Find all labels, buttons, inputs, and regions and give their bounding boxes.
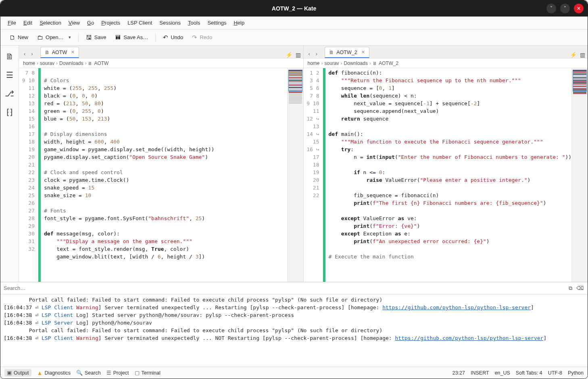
- window-title: AOTW_2 — Kate: [272, 5, 316, 12]
- menu-edit[interactable]: Edit: [20, 18, 35, 27]
- minimap-viewport[interactable]: [573, 70, 587, 92]
- tab-bar-right: ‹ › 🗎 AOTW_2 ✕ ⚡ ▥: [304, 46, 588, 58]
- titlebar: AOTW_2 — Kate ˅ ˄ ✕: [0, 0, 588, 17]
- status-search[interactable]: 🔍Search: [76, 370, 101, 376]
- breadcrumb-right[interactable]: home› sourav› Downloads› 🗎 AOTW_2: [304, 58, 588, 68]
- line-gutter: 1 2 3 4 5 6 7 8 9 10 11 12 ↪ 13 14 ↪ 15 …: [304, 68, 323, 282]
- document-icon: 🗎: [45, 50, 50, 55]
- lsp-symbols-icon[interactable]: ⁅⁆: [3, 105, 17, 119]
- status-locale[interactable]: en_US: [495, 370, 510, 376]
- tab-bar-left: ‹ › 🗎 AOTW ✕ ⚡ ▥: [19, 46, 303, 58]
- open-icon: 🗀: [37, 34, 43, 41]
- code-editor-left[interactable]: 7 8 9 10 11 12 13 14 15 16 17 18 19 20 2…: [19, 68, 303, 282]
- tab-next-button[interactable]: ›: [29, 50, 35, 58]
- terminal-icon: ▢: [135, 370, 140, 376]
- menu-settings[interactable]: Settings: [204, 18, 229, 27]
- undo-icon: ↶: [163, 34, 168, 41]
- output-search-input[interactable]: [0, 283, 565, 293]
- minimap-left[interactable]: [287, 68, 303, 282]
- menubar: File Edit Selection View Go Projects LSP…: [0, 17, 588, 29]
- minimize-button[interactable]: ˅: [546, 4, 556, 13]
- warning-icon: ▲: [37, 370, 43, 376]
- status-output[interactable]: ▣Output: [4, 369, 31, 377]
- minimap-right[interactable]: [571, 68, 588, 282]
- document-icon: 🗎: [88, 61, 92, 66]
- project-icon: ☰: [106, 370, 111, 376]
- status-language[interactable]: Python: [568, 370, 584, 376]
- editor-pane-right: ‹ › 🗎 AOTW_2 ✕ ⚡ ▥ home› sourav› Downloa…: [304, 46, 588, 282]
- activity-bar: 🗎 ☰ ⎇ ⁅⁆: [0, 46, 19, 282]
- status-encoding[interactable]: UTF-8: [548, 370, 562, 376]
- tab-label: AOTW_2: [336, 50, 357, 55]
- split-view-icon[interactable]: ▥: [580, 52, 585, 58]
- save-as-icon: 🖬: [115, 34, 121, 41]
- redo-icon: ↷: [192, 34, 197, 41]
- status-indent[interactable]: Soft Tabs: 4: [516, 370, 542, 376]
- line-gutter: 7 8 9 10 11 12 13 14 15 16 17 18 19 20 2…: [19, 68, 38, 282]
- quick-open-icon[interactable]: ⚡: [570, 52, 577, 58]
- status-terminal[interactable]: ▢Terminal: [135, 370, 161, 376]
- maximize-button[interactable]: ˄: [560, 4, 570, 13]
- git-icon[interactable]: ⎇: [3, 87, 17, 100]
- status-edit-mode[interactable]: INSERT: [471, 370, 489, 376]
- menu-projects[interactable]: Projects: [98, 18, 123, 27]
- menu-view[interactable]: View: [65, 18, 83, 27]
- tab-label: AOTW: [52, 50, 67, 55]
- code-editor-right[interactable]: 1 2 3 4 5 6 7 8 9 10 11 12 ↪ 13 14 ↪ 15 …: [304, 68, 588, 282]
- statusbar: ▣Output ▲Diagnostics 🔍Search ☰Project ▢T…: [0, 367, 588, 379]
- search-icon: 🔍: [76, 370, 83, 376]
- editor-split: ‹ › 🗎 AOTW ✕ ⚡ ▥ home› sourav› Downloads…: [19, 46, 588, 282]
- bottom-panel: ⧉ ⌫ Portal call failed: Failed to start …: [0, 282, 588, 367]
- split-view-icon[interactable]: ▥: [296, 52, 301, 58]
- status-project[interactable]: ☰Project: [106, 370, 129, 376]
- new-file-icon: 🗋: [9, 34, 15, 41]
- editor-pane-left: ‹ › 🗎 AOTW ✕ ⚡ ▥ home› sourav› Downloads…: [19, 46, 304, 282]
- redo-button[interactable]: ↷Redo: [189, 32, 215, 43]
- copy-icon[interactable]: ⧉: [569, 285, 572, 292]
- save-button[interactable]: 🖫Save: [83, 32, 110, 42]
- menu-go[interactable]: Go: [84, 18, 97, 27]
- documents-icon[interactable]: 🗎: [3, 50, 17, 63]
- menu-help[interactable]: Help: [230, 18, 248, 27]
- new-button[interactable]: 🗋New: [6, 32, 31, 42]
- quick-open-icon[interactable]: ⚡: [286, 52, 292, 58]
- menu-tools[interactable]: Tools: [185, 18, 203, 27]
- save-as-button[interactable]: 🖬Save As…: [112, 32, 151, 42]
- document-icon: 🗎: [373, 61, 377, 66]
- outline-icon[interactable]: ☰: [3, 68, 17, 82]
- clear-icon[interactable]: ⌫: [576, 285, 584, 292]
- tab-prev-button[interactable]: ‹: [306, 50, 313, 58]
- close-window-button[interactable]: ✕: [574, 4, 584, 13]
- tab-next-button[interactable]: ›: [313, 50, 320, 58]
- open-button[interactable]: 🗀Open…▾: [34, 32, 74, 42]
- window-controls: ˅ ˄ ✕: [546, 4, 584, 13]
- chevron-down-icon[interactable]: ▾: [66, 35, 71, 40]
- menu-file[interactable]: File: [4, 18, 19, 27]
- breadcrumb-left[interactable]: home› sourav› Downloads› 🗎 AOTW: [19, 58, 303, 68]
- tab-prev-button[interactable]: ‹: [21, 50, 28, 58]
- output-log[interactable]: Portal call failed: Failed to start comm…: [0, 294, 588, 367]
- code-area[interactable]: # Colors white = (255, 255, 255) black =…: [41, 68, 287, 282]
- tab-aotw2[interactable]: 🗎 AOTW_2 ✕: [325, 47, 369, 58]
- close-tab-icon[interactable]: ✕: [69, 50, 75, 55]
- undo-button[interactable]: ↶Undo: [160, 32, 186, 43]
- output-icon: ▣: [7, 370, 12, 376]
- menu-selection[interactable]: Selection: [36, 18, 64, 27]
- output-search-row: ⧉ ⌫: [0, 282, 588, 294]
- menu-sessions[interactable]: Sessions: [156, 18, 184, 27]
- tab-aotw[interactable]: 🗎 AOTW ✕: [40, 47, 79, 58]
- minimap-viewport[interactable]: [288, 70, 302, 92]
- toolbar: 🗋New 🗀Open…▾ 🖫Save 🖬Save As… ↶Undo ↷Redo: [0, 29, 588, 46]
- code-area[interactable]: def fibonacci(n): """Return the Fibonacc…: [325, 68, 572, 282]
- status-diagnostics[interactable]: ▲Diagnostics: [37, 370, 71, 376]
- document-icon: 🗎: [329, 50, 334, 55]
- menu-lsp[interactable]: LSP Client: [124, 18, 155, 27]
- close-tab-icon[interactable]: ✕: [360, 50, 365, 55]
- status-cursor-pos[interactable]: 23:27: [452, 370, 465, 376]
- save-icon: 🖫: [86, 34, 92, 41]
